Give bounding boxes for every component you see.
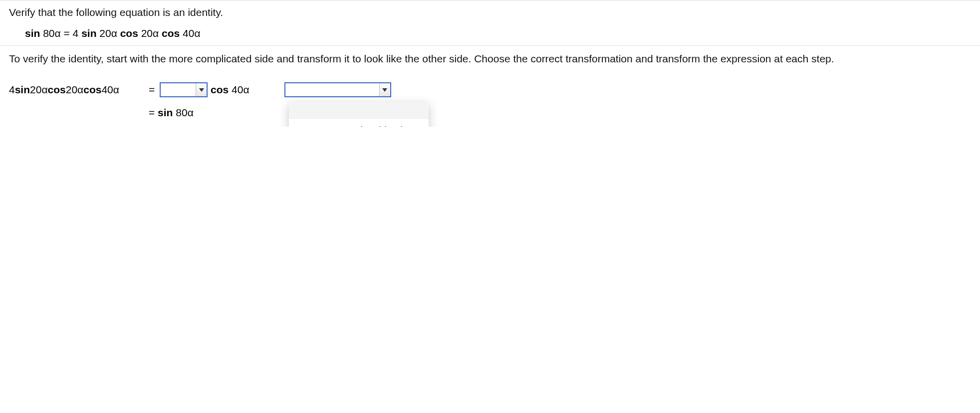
step-row-1: 4 sin 20α cos 20α cos 40α = cos 40α bbox=[9, 81, 971, 99]
work-area: 4 sin 20α cos 20α cos 40α = cos 40α = si… bbox=[0, 72, 980, 122]
after-combo1: cos 40α bbox=[211, 84, 249, 96]
instructions-text: To verify the identity, start with the m… bbox=[9, 52, 967, 66]
dropdown-blank-option[interactable] bbox=[289, 102, 429, 119]
transformation-combo[interactable] bbox=[284, 82, 391, 97]
eq-t1: 80α = 4 bbox=[40, 27, 81, 39]
question-prompt: Verify that the following equation is an… bbox=[9, 6, 971, 18]
eq-sin2: sin bbox=[81, 27, 96, 39]
answer-combo-1-toggle[interactable] bbox=[196, 83, 207, 96]
chevron-down-icon bbox=[199, 87, 204, 92]
eq-t3: 20α bbox=[138, 27, 162, 39]
transformation-dropdown: Sum-to-product identity Double-angle ide… bbox=[289, 102, 429, 127]
svg-marker-1 bbox=[382, 88, 387, 92]
chevron-down-icon bbox=[382, 87, 387, 92]
lhs-cos1: cos bbox=[48, 84, 66, 96]
transformation-input[interactable] bbox=[285, 83, 379, 96]
answer-combo-1[interactable] bbox=[160, 82, 208, 97]
row2-80a: 80α bbox=[173, 107, 193, 118]
eq-sin1: sin bbox=[25, 27, 40, 39]
instructions-section: To verify the identity, start with the m… bbox=[0, 46, 980, 72]
after-cos: cos bbox=[211, 84, 229, 95]
row2-eq: = bbox=[149, 107, 158, 118]
lhs-cos2: cos bbox=[83, 84, 101, 96]
svg-marker-0 bbox=[199, 88, 204, 92]
eq-cos2: cos bbox=[162, 27, 180, 39]
answer-input-1[interactable] bbox=[161, 83, 196, 96]
lhs-4: 4 bbox=[9, 84, 15, 96]
dropdown-option-sum-to-product[interactable]: Sum-to-product identity bbox=[289, 119, 429, 127]
lhs-a2: 20α bbox=[66, 84, 84, 96]
eq-t4: 40α bbox=[180, 27, 200, 39]
row2-sin: sin bbox=[158, 107, 173, 118]
eq-cos1: cos bbox=[120, 27, 138, 39]
lhs-a3: 40α bbox=[101, 84, 119, 96]
identity-equation: sin 80α = 4 sin 20α cos 20α cos 40α bbox=[25, 27, 971, 39]
question-section: Verify that the following equation is an… bbox=[0, 0, 980, 45]
step-row-2: = sin 80α bbox=[9, 104, 971, 122]
equals-sign-1: = bbox=[149, 84, 160, 96]
eq-t2: 20α bbox=[96, 27, 120, 39]
transformation-combo-toggle[interactable] bbox=[379, 83, 390, 96]
lhs-a1: 20α bbox=[30, 84, 48, 96]
lhs-expression: 4 sin 20α cos 20α cos 40α bbox=[9, 84, 149, 96]
lhs-sin: sin bbox=[15, 84, 30, 96]
result-expression: = sin 80α bbox=[149, 107, 194, 119]
after-40a: 40α bbox=[229, 84, 249, 95]
